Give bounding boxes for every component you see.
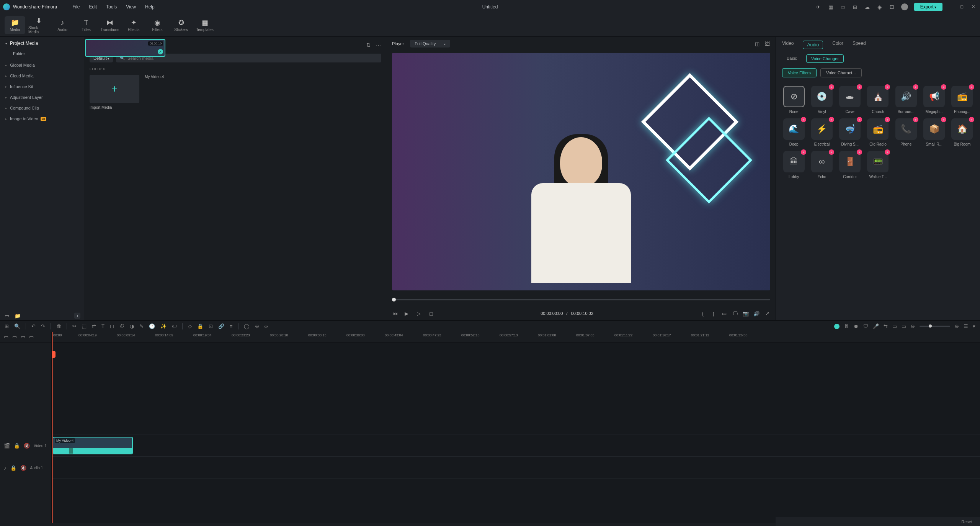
voice-filter-phonog-[interactable]: 📻♦Phonog... — [949, 84, 975, 115]
crop-icon[interactable]: ⬚ — [82, 323, 87, 329]
sidebar-influence-kit[interactable]: Influence Kit — [0, 81, 84, 92]
adjust-icon[interactable]: ⇆ — [884, 323, 888, 329]
fullscreen-icon[interactable]: ⤢ — [764, 310, 770, 316]
audio-icon[interactable]: ♪ — [4, 465, 7, 471]
menu-view[interactable]: View — [126, 4, 136, 10]
tab-video[interactable]: Video — [782, 41, 794, 49]
menu-help[interactable]: Help — [145, 4, 155, 10]
volume-icon[interactable]: 🔊 — [753, 310, 760, 316]
subtab-voice-changer[interactable]: Voice Changer — [806, 54, 844, 63]
voice-filter-echo[interactable]: ∞♦Echo — [808, 149, 835, 180]
tool-audio[interactable]: ♪Audio — [52, 16, 73, 34]
mark-out-icon[interactable]: } — [710, 310, 717, 316]
menu-tools[interactable]: Tools — [106, 4, 117, 10]
sidebar-compound-clip[interactable]: Compound Clip — [0, 103, 84, 113]
sidebar-global-media[interactable]: Global Media — [0, 60, 84, 70]
lock-track-icon[interactable]: 🔒 — [10, 465, 16, 471]
audio-track[interactable] — [52, 457, 980, 479]
voice-filter-surroun-[interactable]: 🔊♦Surroun... — [893, 84, 919, 115]
mark-in-icon[interactable]: { — [700, 310, 706, 316]
timeline-ruler[interactable]: 00:00 00:00:04:1900:00:09:1400:00:14:090… — [52, 332, 980, 342]
snapshot-icon[interactable]: 📷 — [743, 310, 749, 316]
avatar-icon[interactable] — [901, 3, 908, 10]
tool-effects[interactable]: ✦Effects — [123, 16, 144, 34]
subtab-basic[interactable]: Basic — [782, 54, 802, 63]
clock-icon[interactable]: 🕐 — [149, 323, 155, 329]
export-button[interactable]: Export — [914, 3, 942, 11]
tool-media[interactable]: 📁Media — [5, 16, 25, 34]
snap1-icon[interactable]: ▭ — [892, 323, 897, 329]
redo-icon[interactable]: ↷ — [41, 323, 45, 329]
timeline-tracks-area[interactable]: 00:00 00:00:04:1900:00:09:1400:00:14:090… — [52, 332, 980, 523]
mixer-icon[interactable]: 🎚 — [844, 323, 849, 329]
mode-voice-characters[interactable]: Voice Charact... — [820, 68, 862, 77]
tracks4-icon[interactable]: ▭ — [29, 334, 34, 340]
undo-icon[interactable]: ↶ — [31, 323, 36, 329]
list-icon[interactable]: ☰ — [964, 323, 968, 329]
mute-track-icon[interactable]: 🔇 — [24, 443, 30, 449]
tool-transitions[interactable]: ⧓Transitions — [100, 16, 120, 34]
split-icon[interactable]: ⇄ — [92, 323, 96, 329]
color-icon[interactable]: ◑ — [130, 323, 134, 329]
tab-color[interactable]: Color — [832, 41, 843, 49]
folder-item[interactable]: Folder — [13, 51, 78, 56]
bell-icon[interactable]: ◉ — [877, 4, 883, 10]
sidebar-adjustment-layer[interactable]: Adjustment Layer — [0, 92, 84, 103]
mute-track-icon[interactable]: 🔇 — [20, 465, 26, 471]
marker-icon[interactable]: 🛡 — [863, 323, 868, 329]
lock-icon[interactable]: 🔒 — [197, 323, 203, 329]
sidebar-cloud-media[interactable]: Cloud Media — [0, 70, 84, 81]
mic-icon[interactable]: 🎤 — [873, 323, 879, 329]
edit-icon[interactable]: ✎ — [139, 323, 144, 329]
tracks-icon[interactable]: ▭ — [4, 334, 8, 340]
snap2-icon[interactable]: ▭ — [902, 323, 906, 329]
tool-templates[interactable]: ▦Templates — [194, 16, 215, 34]
voice-filter-small-r-[interactable]: 📦♦Small R... — [921, 117, 947, 148]
video-track-header[interactable]: 🎬 🔒 🔇 Video 1 — [0, 434, 51, 457]
crop2-icon[interactable]: ◻ — [110, 323, 114, 329]
speed-icon[interactable]: ⏱ — [119, 323, 124, 329]
tracks3-icon[interactable]: ▭ — [21, 334, 25, 340]
screen-icon[interactable]: ▭ — [840, 4, 846, 10]
keyframe-icon[interactable]: ◇ — [188, 323, 192, 329]
collapse-sidebar-button[interactable]: ‹ — [74, 313, 80, 319]
media-clip-tile[interactable]: 00:00:10 ✓ My Video-4 — [145, 75, 194, 110]
playhead[interactable] — [52, 332, 53, 523]
scrubber-thumb[interactable] — [392, 298, 396, 302]
compare-icon[interactable]: ◫ — [754, 41, 760, 47]
audio-track-header[interactable]: ♪ 🔒 🔇 Audio 1 — [0, 457, 51, 479]
voice-filter-old-radio[interactable]: 📻♦Old Radio — [865, 117, 891, 148]
rec-icon[interactable]: ⏺ — [854, 323, 859, 329]
cloud-icon[interactable]: ☁ — [864, 4, 871, 10]
menu-edit[interactable]: Edit — [89, 4, 97, 10]
project-media-header[interactable]: Project Media — [0, 37, 84, 50]
close-button[interactable]: ✕ — [972, 4, 977, 10]
tool-titles[interactable]: TTitles — [76, 16, 96, 34]
layout-icon[interactable]: ▦ — [828, 4, 834, 10]
new-folder-icon[interactable]: ▭ — [4, 313, 10, 319]
voice-filter-diving-s-[interactable]: 🤿♦Diving S... — [837, 117, 863, 148]
tool-filters[interactable]: ◉Filters — [147, 16, 168, 34]
voice-filter-vinyl[interactable]: 💿♦Vinyl — [808, 84, 835, 115]
ratio-icon[interactable]: ▭ — [721, 310, 727, 316]
tool-stock-media[interactable]: ⬇Stock Media — [28, 16, 49, 34]
preview-video[interactable] — [392, 53, 770, 290]
minimize-button[interactable]: — — [949, 4, 954, 10]
voice-filter-corridor[interactable]: 🚪♦Corridor — [837, 149, 863, 180]
tag-icon[interactable]: 🏷 — [172, 323, 177, 329]
more-icon[interactable]: ⋯ — [375, 42, 381, 48]
search-input[interactable] — [127, 56, 377, 61]
reset-button[interactable]: Reset — [961, 519, 972, 524]
play-button[interactable]: ▶ — [403, 310, 410, 316]
voice-filter-cave[interactable]: 🕳♦Cave — [837, 84, 863, 115]
voice-filter-megaph-[interactable]: 📢♦Megaph... — [921, 84, 947, 115]
stop-button[interactable]: ◻ — [428, 310, 434, 316]
settings-icon[interactable]: ▾ — [973, 323, 975, 329]
quality-dropdown[interactable]: Full Quality — [410, 40, 450, 48]
display-icon[interactable]: 🖵 — [732, 310, 738, 316]
render-icon[interactable]: ◯ — [244, 323, 250, 329]
tracks2-icon[interactable]: ▭ — [12, 334, 17, 340]
cut-icon[interactable]: ✂ — [72, 323, 77, 329]
ai-tool-icon[interactable]: ✨ — [160, 323, 167, 329]
mode-voice-filters[interactable]: Voice Filters — [782, 68, 817, 77]
